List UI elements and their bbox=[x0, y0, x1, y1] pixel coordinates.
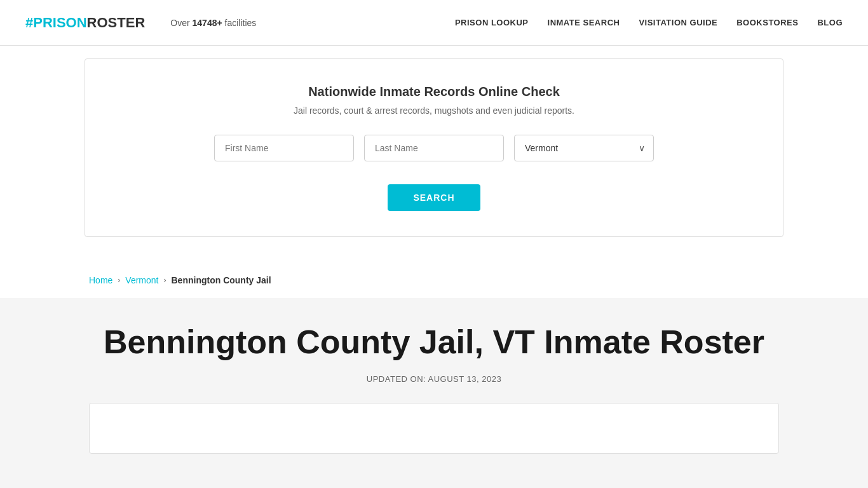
facilities-number: 14748+ bbox=[193, 18, 222, 28]
main-nav: PRISON LOOKUP INMATE SEARCH VISITATION G… bbox=[455, 18, 843, 27]
site-header: #PRISONROSTER Over 14748+ facilities PRI… bbox=[0, 0, 868, 46]
breadcrumb-separator-1: › bbox=[118, 276, 120, 285]
first-name-input[interactable] bbox=[214, 135, 354, 161]
search-button[interactable]: SEARCH bbox=[388, 184, 480, 211]
breadcrumb-state[interactable]: Vermont bbox=[125, 275, 158, 285]
breadcrumb-home[interactable]: Home bbox=[89, 275, 112, 285]
last-name-input[interactable] bbox=[364, 135, 504, 161]
breadcrumb: Home › Vermont › Bennington County Jail bbox=[89, 275, 779, 285]
main-content: Bennington County Jail, VT Inmate Roster… bbox=[0, 298, 868, 473]
logo-hash: # bbox=[25, 15, 33, 31]
logo-roster: ROSTER bbox=[87, 15, 146, 31]
breadcrumb-separator-2: › bbox=[164, 276, 166, 285]
search-form: Vermont Alabama Alaska Arizona Californi… bbox=[123, 135, 745, 211]
search-widget-title: Nationwide Inmate Records Online Check bbox=[123, 85, 745, 99]
facilities-count-text: Over 14748+ facilities bbox=[170, 18, 256, 28]
search-form-buttons: SEARCH bbox=[123, 174, 745, 211]
nav-item-visitation-guide[interactable]: VISITATION GUIDE bbox=[639, 18, 717, 27]
updated-date: UPDATED ON: AUGUST 13, 2023 bbox=[89, 374, 779, 384]
breadcrumb-current: Bennington County Jail bbox=[172, 275, 271, 285]
search-widget-subtitle: Jail records, court & arrest records, mu… bbox=[123, 105, 745, 116]
bottom-card bbox=[89, 403, 779, 454]
search-widget-wrapper: Nationwide Inmate Records Online Check J… bbox=[0, 46, 868, 262]
search-form-row: Vermont Alabama Alaska Arizona Californi… bbox=[123, 135, 745, 161]
nav-item-bookstores[interactable]: BOOKSTORES bbox=[736, 18, 798, 27]
state-select[interactable]: Vermont Alabama Alaska Arizona Californi… bbox=[514, 135, 654, 161]
nav-item-inmate-search[interactable]: INMATE SEARCH bbox=[548, 18, 620, 27]
nav-item-blog[interactable]: BLOG bbox=[817, 18, 843, 27]
search-widget: Nationwide Inmate Records Online Check J… bbox=[85, 58, 783, 237]
site-logo[interactable]: #PRISONROSTER bbox=[25, 15, 145, 31]
logo-prison: PRISON bbox=[33, 15, 86, 31]
breadcrumb-section: Home › Vermont › Bennington County Jail bbox=[0, 262, 868, 298]
page-title: Bennington County Jail, VT Inmate Roster bbox=[89, 323, 779, 362]
state-select-wrapper: Vermont Alabama Alaska Arizona Californi… bbox=[514, 135, 654, 161]
nav-item-prison-lookup[interactable]: PRISON LOOKUP bbox=[455, 18, 529, 27]
